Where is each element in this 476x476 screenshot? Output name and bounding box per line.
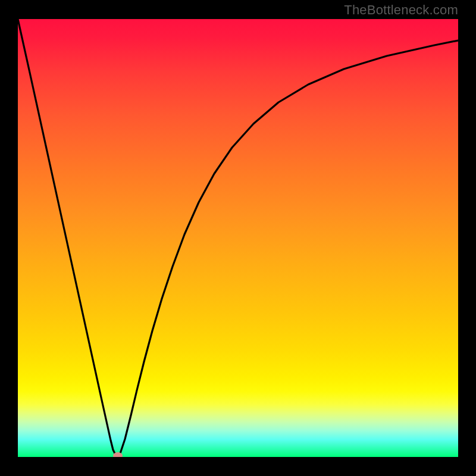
- watermark-text: TheBottleneck.com: [344, 2, 458, 18]
- plot-area: [18, 19, 458, 457]
- bottleneck-curve-line: [18, 19, 458, 457]
- bottleneck-curve-svg: [18, 19, 458, 457]
- chart-frame: TheBottleneck.com: [0, 0, 476, 476]
